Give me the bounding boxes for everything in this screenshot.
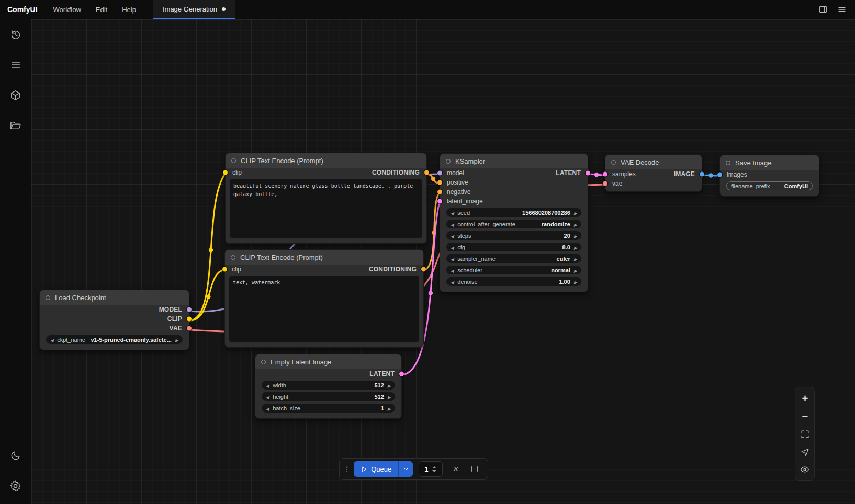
widget-filename-prefix[interactable]: filename_prefix ComfyUI xyxy=(726,181,813,190)
menu-help[interactable]: Help xyxy=(115,0,143,19)
menu-workflow[interactable]: Workflow xyxy=(46,0,88,19)
decrement-arrow-icon[interactable] xyxy=(451,210,454,216)
decrement-arrow-icon[interactable] xyxy=(451,244,454,250)
node-load-checkpoint[interactable]: Load Checkpoint MODEL CLIP VAE ckpt_name… xyxy=(39,290,189,350)
latent-slot-dot[interactable] xyxy=(586,171,590,176)
collapse-dot-icon[interactable] xyxy=(231,255,235,260)
widget-steps[interactable]: steps 20 xyxy=(446,231,581,240)
decrement-arrow-icon[interactable] xyxy=(266,394,269,400)
collapse-dot-icon[interactable] xyxy=(611,160,616,165)
decrement-arrow-icon[interactable] xyxy=(266,405,269,411)
prompt-textarea[interactable]: beautiful scenery nature glass bottle la… xyxy=(230,179,422,238)
increment-arrow-icon[interactable] xyxy=(574,244,577,250)
increment-arrow-icon[interactable] xyxy=(574,221,577,227)
zoom-out-button[interactable] xyxy=(796,407,814,425)
increment-arrow-icon[interactable] xyxy=(388,394,391,400)
conditioning-slot-dot[interactable] xyxy=(424,170,429,175)
decrement-icon[interactable] xyxy=(432,470,436,472)
queue-button[interactable]: Queue xyxy=(354,461,398,477)
image-slot-dot[interactable] xyxy=(700,172,704,177)
increment-arrow-icon[interactable] xyxy=(388,405,391,411)
latent-slot-dot[interactable] xyxy=(603,172,608,177)
node-header[interactable]: CLIP Text Encode (Prompt) xyxy=(225,250,423,265)
collapse-dot-icon[interactable] xyxy=(46,295,50,300)
decrement-arrow-icon[interactable] xyxy=(451,221,454,227)
clear-queue-button[interactable] xyxy=(448,462,462,476)
prompt-textarea[interactable]: text, watermark xyxy=(229,276,419,342)
sidebar-item-workflows[interactable] xyxy=(0,110,31,141)
collapse-dot-icon[interactable] xyxy=(261,360,266,364)
node-clip-text-encode-positive[interactable]: CLIP Text Encode (Prompt) clip CONDITION… xyxy=(225,153,427,244)
increment-arrow-icon[interactable] xyxy=(175,337,178,343)
clip-slot-dot[interactable] xyxy=(223,170,228,175)
queue-options-dropdown[interactable] xyxy=(398,461,413,477)
sidebar-item-history[interactable] xyxy=(0,19,31,50)
increment-arrow-icon[interactable] xyxy=(388,382,391,388)
increment-arrow-icon[interactable] xyxy=(574,210,577,216)
collapse-dot-icon[interactable] xyxy=(446,159,451,164)
select-mode-button[interactable] xyxy=(796,443,814,461)
node-save-image[interactable]: Save Image images filename_prefix ComfyU… xyxy=(719,155,819,197)
increment-arrow-icon[interactable] xyxy=(574,233,577,239)
node-ksampler[interactable]: KSampler model LATENT positive negative … xyxy=(440,153,588,292)
decrement-arrow-icon[interactable] xyxy=(451,279,454,285)
vae-slot-dot[interactable] xyxy=(603,181,608,186)
toggle-links-visibility-button[interactable] xyxy=(796,461,814,478)
node-header[interactable]: VAE Decode xyxy=(605,155,702,169)
app-logo[interactable]: ComfyUI xyxy=(0,0,46,19)
latent-slot-dot[interactable] xyxy=(399,372,404,376)
fit-view-button[interactable] xyxy=(796,425,814,443)
model-slot-dot[interactable] xyxy=(437,171,442,176)
decrement-arrow-icon[interactable] xyxy=(451,267,454,273)
clip-slot-dot[interactable] xyxy=(222,267,227,272)
widget-width[interactable]: width 512 xyxy=(262,381,395,390)
node-header[interactable]: KSampler xyxy=(440,154,588,168)
conditioning-slot-dot[interactable] xyxy=(421,267,426,272)
decrement-arrow-icon[interactable] xyxy=(266,382,269,388)
increment-arrow-icon[interactable] xyxy=(574,256,577,262)
increment-icon[interactable] xyxy=(432,466,436,468)
widget-denoise[interactable]: denoise 1.00 xyxy=(446,277,581,286)
vae-slot-dot[interactable] xyxy=(187,326,192,331)
widget-scheduler[interactable]: scheduler normal xyxy=(446,266,581,274)
node-header[interactable]: Save Image xyxy=(720,155,819,170)
node-header[interactable]: Load Checkpoint xyxy=(40,290,189,305)
node-header[interactable]: Empty Latent Image xyxy=(255,354,401,369)
clip-slot-dot[interactable] xyxy=(187,317,192,322)
collapse-dot-icon[interactable] xyxy=(726,161,730,165)
sidebar-item-queue[interactable] xyxy=(0,50,31,80)
theme-toggle-button[interactable] xyxy=(0,440,31,471)
conditioning-slot-dot[interactable] xyxy=(437,180,442,185)
widget-batch-size[interactable]: batch_size 1 xyxy=(262,404,395,413)
widget-cfg[interactable]: cfg 8.0 xyxy=(446,243,581,251)
widget-ckpt-name[interactable]: ckpt_name v1-5-pruned-emaonly.safete... xyxy=(46,335,183,344)
sidebar-item-model-library[interactable] xyxy=(0,80,31,110)
model-slot-dot[interactable] xyxy=(187,307,192,312)
widget-seed[interactable]: seed 156680208700286 xyxy=(446,208,581,217)
batch-count-stepper[interactable]: 1 xyxy=(419,461,443,477)
stop-button[interactable] xyxy=(468,462,481,476)
drag-handle-icon[interactable] xyxy=(346,464,348,474)
zoom-in-button[interactable] xyxy=(796,390,814,407)
toggle-panel-button[interactable] xyxy=(815,3,831,16)
widget-control-after-generate[interactable]: control_after_generate randomize xyxy=(446,220,581,228)
decrement-arrow-icon[interactable] xyxy=(50,337,53,343)
main-menu-button[interactable] xyxy=(834,3,850,16)
node-empty-latent-image[interactable]: Empty Latent Image LATENT width 512 heig… xyxy=(255,354,402,419)
decrement-arrow-icon[interactable] xyxy=(451,256,454,262)
tab-image-generation[interactable]: Image Generation xyxy=(153,0,235,19)
decrement-arrow-icon[interactable] xyxy=(451,233,454,239)
widget-height[interactable]: height 512 xyxy=(262,392,395,401)
latent-slot-dot[interactable] xyxy=(437,199,442,204)
node-clip-text-encode-negative[interactable]: CLIP Text Encode (Prompt) clip CONDITION… xyxy=(224,249,424,348)
image-slot-dot[interactable] xyxy=(717,173,722,177)
conditioning-slot-dot[interactable] xyxy=(437,190,442,194)
increment-arrow-icon[interactable] xyxy=(574,279,577,285)
node-header[interactable]: CLIP Text Encode (Prompt) xyxy=(226,153,426,168)
increment-arrow-icon[interactable] xyxy=(574,267,577,273)
menu-edit[interactable]: Edit xyxy=(88,0,115,19)
widget-sampler-name[interactable]: sampler_name euler xyxy=(446,254,581,263)
collapse-dot-icon[interactable] xyxy=(231,158,236,163)
settings-button[interactable] xyxy=(0,471,31,501)
node-vae-decode[interactable]: VAE Decode samples IMAGE vae xyxy=(605,154,702,192)
